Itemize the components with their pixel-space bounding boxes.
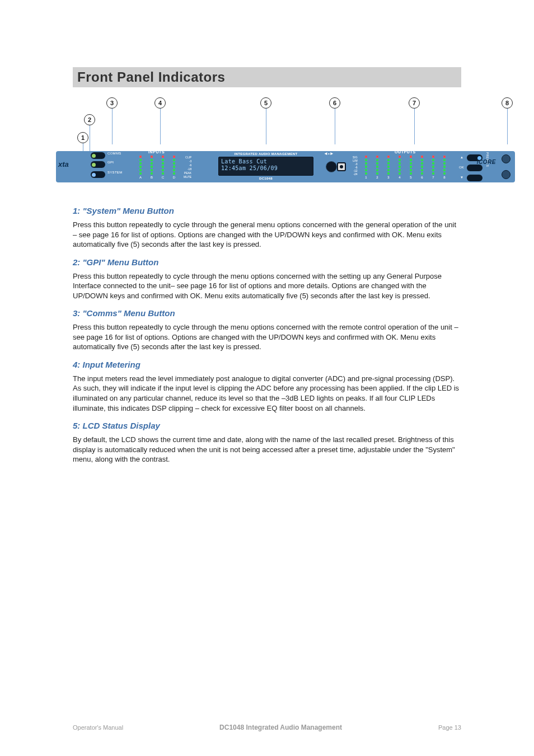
front-panel-diagram: 1 2 3 4 5 6 7 8	[56, 97, 515, 187]
heading-1: 1: "System" Menu Button	[73, 206, 461, 215]
section-title: Front Panel Indicators	[73, 67, 461, 87]
footer-mid: DC1048 Integrated Audio Management	[219, 724, 342, 731]
model-label: DC1048	[218, 177, 313, 180]
ok-button[interactable]	[467, 165, 483, 171]
brand-logo: xta	[58, 160, 86, 173]
volume-knob[interactable]	[326, 161, 337, 172]
output-meters: 1 2 3 4 5 6 7 8	[363, 156, 458, 177]
footer-left: Operator's Manual	[73, 724, 123, 731]
heading-2: 2: "GPI" Menu Button	[73, 257, 461, 267]
body-4: The input meters read the level immediat…	[73, 374, 461, 413]
body-5: By default, the LCD shows the current ti…	[73, 435, 461, 464]
headphone-jack[interactable]	[337, 162, 346, 171]
lcd-line1: Late Bass Cut	[221, 158, 311, 165]
callout-3: 3	[106, 97, 118, 144]
icore-logo: iCORE	[477, 159, 496, 165]
callout-5: 5	[260, 97, 271, 144]
outputs-label: OUTPUTS	[395, 150, 416, 154]
body-2: Press this button repeatedly to cycle th…	[73, 271, 461, 301]
gpi-button[interactable]: GPI	[91, 161, 105, 168]
page-footer: Operator's Manual DC1048 Integrated Audi…	[73, 724, 461, 731]
down-button[interactable]	[467, 175, 483, 181]
callout-8: 8	[502, 97, 513, 144]
headphone-controls	[325, 154, 346, 176]
callout-7: 7	[409, 97, 420, 144]
body-1: Press this button repeatedly to cycle th…	[73, 220, 461, 250]
preset-knob-2[interactable]	[502, 170, 510, 179]
lcd-display: INTEGRATED AUDIO MANAGEMENT Late Bass Cu…	[218, 152, 313, 180]
output-scale: SIGLIM-3-6-12-24	[353, 156, 358, 176]
heading-3: 3: "Comms" Menu Button	[73, 308, 461, 318]
body-3: Press this button repeatedly to cycle th…	[73, 322, 461, 352]
system-button[interactable]: SYSTEM	[91, 171, 105, 178]
footer-right: Page 13	[438, 724, 461, 731]
device-panel: xta COMMS GPI SYSTEM INPUTS A B C D CLIP…	[56, 151, 515, 182]
inputs-label: INPUTS	[148, 150, 165, 154]
input-scale: CLIP-3-6-18PEAKMUTE	[184, 156, 191, 179]
preset-knob-1[interactable]	[502, 154, 510, 163]
callout-4: 4	[154, 97, 166, 144]
lcd-line2: 12:45am 25/06/09	[221, 165, 311, 172]
comms-button[interactable]: COMMS	[91, 152, 105, 159]
heading-4: 4: Input Metering	[73, 360, 461, 369]
input-meters: A B C D	[137, 156, 182, 177]
callout-6: 6	[329, 97, 340, 144]
heading-5: 5: LCD Status Display	[73, 421, 461, 430]
